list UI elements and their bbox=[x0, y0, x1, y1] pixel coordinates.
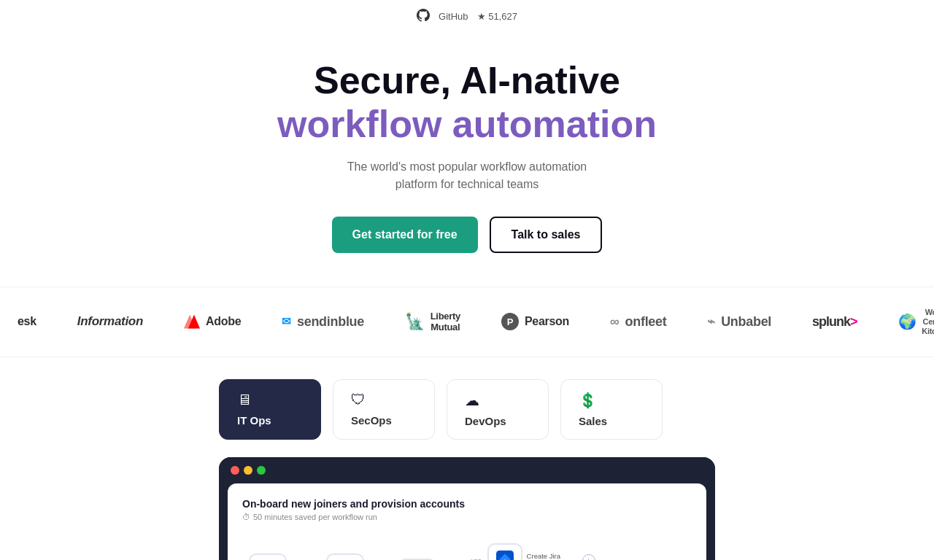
liberty-mutual-label: LibertyMutual bbox=[431, 311, 460, 333]
workflow-title: On-board new joiners and provision accou… bbox=[242, 498, 692, 510]
onfleet-icon: ∞ bbox=[610, 314, 620, 330]
freshdesk-icon: esk bbox=[18, 315, 36, 328]
logo-adobe: Adobe bbox=[184, 314, 241, 330]
sendinblue-label: sendinblue bbox=[297, 314, 364, 330]
tab-it-ops[interactable]: 🖥 IT Ops bbox=[219, 379, 321, 440]
logo-splunk: splunk> bbox=[812, 314, 857, 330]
trigger-node: ⚡ On 'Create User' form bbox=[242, 553, 293, 560]
window-dot-yellow bbox=[244, 466, 252, 475]
hero-section: Secure, AI-native workflow automation Th… bbox=[0, 30, 934, 275]
liberty-mutual-icon: 🗽 bbox=[405, 312, 425, 331]
information-text: Information bbox=[77, 314, 143, 329]
logo-pearson: P Pearson bbox=[501, 313, 569, 330]
workflow-window: On-board new joiners and provision accou… bbox=[219, 457, 715, 560]
yes-label: yes bbox=[471, 557, 482, 560]
wck-label: WorldCentralKitchen bbox=[922, 308, 934, 337]
sales-label: Sales bbox=[579, 415, 607, 427]
workflow-time-saved: 50 minutes saved per workflow run bbox=[253, 513, 377, 521]
logo-strip: esk Information Adobe ✉ sendinblue 🗽 Lib… bbox=[0, 287, 934, 358]
logo-sendinblue: ✉ sendinblue bbox=[282, 314, 364, 330]
wck-icon: 🌍 bbox=[898, 313, 916, 330]
hero-subtitle: The world's most popular workflow automa… bbox=[343, 158, 591, 193]
tab-sales[interactable]: 💲 Sales bbox=[560, 379, 663, 440]
sec-ops-label: SecOps bbox=[351, 414, 392, 427]
branch-yes: yes Create Jira Admin + bbox=[438, 543, 599, 560]
pearson-label: Pearson bbox=[525, 315, 569, 328]
hero-buttons: Get started for free Talk to sales bbox=[15, 217, 919, 253]
adobe-label: Adobe bbox=[206, 315, 241, 328]
get-started-button[interactable]: Get started for free bbox=[332, 217, 478, 253]
dev-ops-icon: ☁ bbox=[465, 392, 479, 409]
logo-world-central-kitchen: 🌍 WorldCentralKitchen bbox=[898, 308, 934, 337]
add-after-admin-button[interactable]: + bbox=[582, 554, 595, 560]
workflow-subtext: ⏱ 50 minutes saved per workflow run bbox=[242, 513, 692, 521]
pearson-icon: P bbox=[501, 313, 519, 330]
hero-title-accent: workflow automation bbox=[15, 103, 919, 147]
workflow-canvas: On-board new joiners and provision accou… bbox=[228, 483, 706, 560]
logo-freshdesk: esk bbox=[18, 315, 36, 328]
google-node: 🔵 Create user in Google bbox=[320, 553, 371, 560]
google-node-box: 🔵 bbox=[326, 553, 364, 560]
logo-liberty-mutual: 🗽 LibertyMutual bbox=[405, 311, 460, 333]
logo-onfleet: ∞ onfleet bbox=[610, 314, 666, 330]
github-icon bbox=[417, 9, 430, 24]
splunk-label: splunk> bbox=[812, 314, 857, 330]
logo-information: Information bbox=[77, 314, 143, 329]
top-bar: GitHub ★ 51,627 bbox=[0, 0, 934, 30]
tab-sec-ops[interactable]: 🛡 SecOps bbox=[333, 379, 435, 440]
jira-admin-label: Create Jira Admin bbox=[527, 552, 578, 560]
sendinblue-icon: ✉ bbox=[282, 315, 291, 328]
window-dot-red bbox=[231, 466, 239, 475]
window-bar bbox=[219, 457, 715, 483]
github-label[interactable]: GitHub bbox=[439, 11, 468, 22]
star-count: ★ 51,627 bbox=[477, 11, 517, 22]
clock-icon: ⏱ bbox=[242, 513, 250, 521]
it-ops-icon: 🖥 bbox=[237, 392, 252, 408]
hero-title: Secure, AI-native workflow automation bbox=[15, 59, 919, 147]
jira-admin-icon bbox=[496, 551, 514, 560]
sales-icon: 💲 bbox=[579, 392, 597, 409]
onfleet-label: onfleet bbox=[625, 314, 667, 330]
unbabel-icon: ⌁ bbox=[707, 314, 715, 330]
tab-dev-ops[interactable]: ☁ DevOps bbox=[447, 379, 549, 440]
tabs-section: 🖥 IT Ops 🛡 SecOps ☁ DevOps 💲 Sales bbox=[204, 379, 730, 440]
trigger-node-box: ⚡ bbox=[249, 553, 287, 560]
talk-to-sales-button[interactable]: Talk to sales bbox=[490, 217, 603, 253]
workflow-preview: On-board new joiners and provision accou… bbox=[204, 457, 730, 560]
logo-strip-inner: esk Information Adobe ✉ sendinblue 🗽 Lib… bbox=[0, 308, 934, 337]
logo-unbabel: ⌁ Unbabel bbox=[707, 314, 771, 330]
sec-ops-icon: 🛡 bbox=[351, 392, 366, 408]
jira-admin-node bbox=[487, 543, 522, 560]
branch-section: yes Create Jira Admin + false bbox=[438, 543, 599, 560]
it-ops-label: IT Ops bbox=[237, 414, 271, 427]
dev-ops-label: DevOps bbox=[465, 415, 506, 427]
unbabel-label: Unbabel bbox=[721, 314, 771, 330]
window-dot-green bbox=[257, 466, 266, 475]
tabs-row: 🖥 IT Ops 🛡 SecOps ☁ DevOps 💲 Sales bbox=[219, 379, 715, 440]
